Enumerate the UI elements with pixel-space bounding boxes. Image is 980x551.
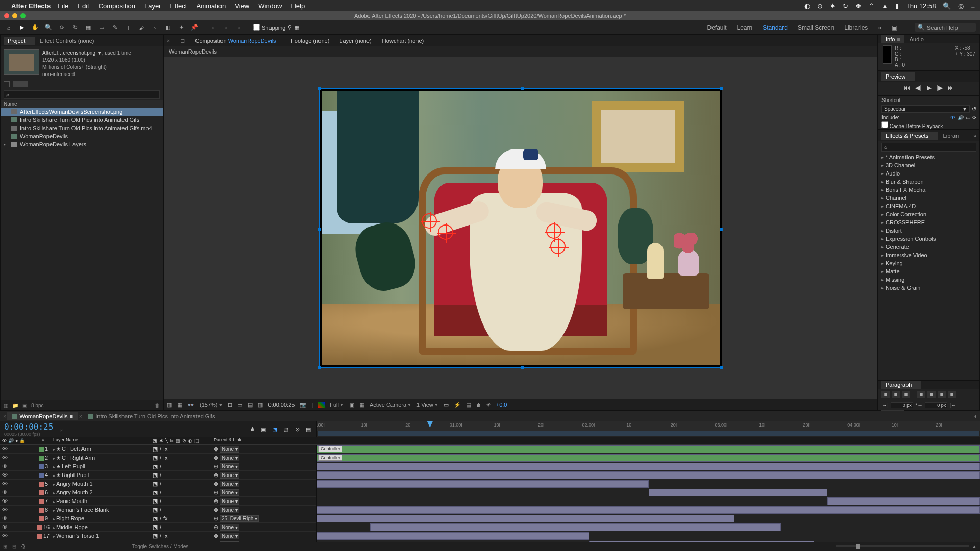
adjustment-header-icon[interactable]: ◐ [188, 438, 192, 443]
3d-header-icon[interactable]: ⬚ [194, 438, 199, 443]
include-loop-icon[interactable]: ⟳ [972, 115, 976, 120]
visibility-toggle-icon[interactable]: 👁 [2, 524, 8, 530]
justify-last-left-icon[interactable]: ≡ [917, 391, 925, 398]
pickwhip-icon[interactable]: ⊚ [214, 489, 218, 495]
viewer-tab-flowchart[interactable]: Flowchart (none) [382, 38, 424, 44]
reset-icon[interactable]: ↺ [972, 106, 976, 112]
project-list-header-name[interactable]: Name [1, 100, 163, 108]
delete-icon[interactable]: 🗑 [155, 403, 160, 408]
pickwhip-icon[interactable]: ⊚ [214, 533, 218, 539]
motion-blur-header-icon[interactable]: ⊘ [182, 438, 186, 443]
text-tool-icon[interactable]: T [124, 23, 133, 32]
new-comp-icon[interactable]: ▣ [22, 403, 27, 408]
include-overlay-icon[interactable]: ▭ [966, 115, 970, 120]
close-window-button[interactable] [4, 13, 9, 18]
indent-left-input[interactable] [891, 402, 913, 408]
include-video-icon[interactable]: 👁 [950, 115, 955, 120]
panel-overflow-icon[interactable]: » [973, 133, 976, 139]
show-comp-icon[interactable] [13, 81, 28, 87]
draft-3d-icon[interactable]: ▣ [259, 425, 267, 433]
effect-category[interactable]: ▸Immersive Video [878, 251, 979, 259]
work-area-bar[interactable] [318, 431, 979, 436]
prev-frame-icon[interactable]: ◀| [915, 84, 921, 91]
workspace-libraries[interactable]: Libraries [844, 24, 868, 31]
toggle-transparency-icon[interactable]: ▦ [177, 402, 182, 408]
visibility-toggle-icon[interactable]: 👁 [2, 489, 8, 495]
tab-close-icon[interactable]: × [167, 38, 170, 44]
puppet-pin-icon[interactable] [550, 239, 566, 254]
parent-dropdown[interactable]: None ▾ [220, 524, 239, 531]
pickwhip-icon[interactable]: ⊚ [214, 446, 218, 452]
first-frame-icon[interactable]: ⏮ [904, 84, 910, 91]
timeline-zoom[interactable]: — ▲ [828, 544, 977, 549]
snapping-checkbox[interactable] [253, 24, 260, 31]
brush-tool-icon[interactable]: 🖌 [137, 23, 146, 32]
effect-category[interactable]: ▸Keying [878, 259, 979, 267]
fx-header-icon[interactable]: fx [170, 438, 174, 443]
timeline-layer-row[interactable]: 👁7▸Panic Mouth⬔ / ⊚ None ▾ [0, 497, 316, 506]
minimize-window-button[interactable] [12, 13, 17, 18]
toggle-switches-icon[interactable]: ⊞ [3, 544, 7, 549]
timeline-layer-row[interactable]: 👁9▸Right Rope⬔ / fx⊚ 25. Devil Righ ▾ [0, 514, 316, 523]
menu-animation[interactable]: Animation [196, 2, 226, 10]
viewer-tab-composition[interactable]: Composition WomanRopeDevils ≡ [195, 38, 281, 44]
pen-tool-icon[interactable]: ✎ [110, 23, 119, 32]
effects-search-input[interactable] [881, 143, 976, 152]
tab-close-icon[interactable]: × [3, 413, 6, 419]
workspace-overflow-icon[interactable]: » [878, 24, 881, 31]
parent-dropdown[interactable]: None ▾ [220, 489, 239, 496]
selection-handle[interactable] [521, 366, 524, 369]
tab-preview[interactable]: Preview≡ [881, 72, 915, 81]
label-color-chip[interactable] [39, 482, 44, 487]
pickwhip-icon[interactable]: ⊚ [214, 481, 218, 487]
layer-bar[interactable] [317, 515, 734, 522]
new-folder-icon[interactable]: 📁 [12, 403, 18, 408]
pickwhip-icon[interactable]: ⊚ [214, 515, 218, 521]
tab-info[interactable]: Info≡ [881, 35, 904, 43]
last-frame-icon[interactable]: ⏭ [948, 84, 954, 91]
justify-last-right-icon[interactable]: ≡ [938, 391, 946, 398]
effect-category[interactable]: ▸* Animation Presets [878, 153, 979, 161]
layer-bar[interactable] [317, 506, 980, 514]
snapping-options-icon[interactable]: ⚲ [288, 24, 292, 31]
timeline-timecode[interactable]: 0:00:00:25 [4, 422, 53, 432]
tab-audio[interactable]: Audio [905, 35, 928, 43]
timeline-search-icon[interactable]: ⌕ [60, 426, 64, 432]
project-search-input[interactable] [4, 90, 160, 99]
effect-category[interactable]: ▸Matte [878, 267, 979, 276]
pickwhip-icon[interactable]: ⊚ [214, 472, 218, 478]
visibility-toggle-icon[interactable]: 👁 [2, 481, 8, 487]
toggle-3d-icon[interactable]: 👓 [187, 402, 194, 408]
shortcut-dropdown[interactable]: Spacebar ▼ [881, 105, 970, 113]
timeline-tab-main[interactable]: WomanRopeDevils ≡ [7, 412, 78, 420]
zoom-slider[interactable] [836, 545, 969, 547]
zoom-tool-icon[interactable]: 🔍 [44, 23, 53, 32]
workspace-default[interactable]: Default [707, 24, 726, 31]
view-dropdown[interactable]: 1 View▼ [416, 402, 438, 408]
cache-checkbox[interactable] [881, 121, 888, 128]
status-icon[interactable]: ✶ [830, 2, 836, 10]
notification-icon[interactable]: ≡ [971, 2, 975, 10]
motion-blur-icon[interactable]: ⊘ [293, 425, 301, 433]
interpret-footage-icon[interactable]: ▥ [4, 403, 8, 408]
layer-name-header[interactable]: Layer Name [51, 437, 151, 444]
orbit-tool-icon[interactable]: ⟳ [57, 23, 66, 32]
menu-edit[interactable]: Edit [78, 2, 89, 10]
pickwhip-icon[interactable]: ⊚ [214, 463, 218, 469]
viewer-timecode[interactable]: 0:00:00:25 [268, 402, 295, 408]
tab-effect-controls[interactable]: Effect Controls (none) [36, 37, 99, 45]
fx-badge[interactable]: fx [163, 446, 168, 452]
timeline-layer-row[interactable]: 👁1▸★C | Left Arm⬔ / fx⊚ None ▾ [0, 445, 316, 454]
fast-preview-icon[interactable]: ⚡ [454, 402, 461, 408]
backup-icon[interactable]: ↻ [843, 2, 848, 10]
solo-column-icon[interactable]: ● [15, 438, 18, 443]
index-header[interactable]: # [36, 437, 51, 444]
tab-paragraph[interactable]: Paragraph≡ [881, 381, 921, 389]
asset-title[interactable]: AfterEf…creenshot.png ▼ [42, 50, 102, 56]
toggle-switches-modes-button[interactable]: Toggle Switches / Modes [132, 544, 189, 549]
zoom-dropdown[interactable]: (157%)▼ [200, 402, 223, 408]
channel-icon[interactable] [318, 402, 325, 408]
clone-tool-icon[interactable]: ⟍ [150, 23, 159, 32]
parent-dropdown[interactable]: None ▾ [220, 533, 239, 539]
lock-icon[interactable]: ⊟ [180, 38, 185, 44]
